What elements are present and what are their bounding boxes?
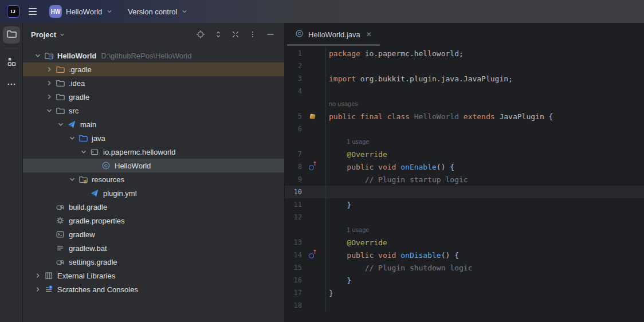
line-number[interactable]: 2 [285, 62, 302, 70]
tree-item-helloworld[interactable]: CHelloWorld [23, 159, 284, 172]
usages-inlay-hint[interactable]: 1 usage [329, 138, 369, 145]
line-number[interactable]: 17 [285, 289, 302, 297]
editor-gutter[interactable]: 1 [285, 47, 325, 60]
code-line-16[interactable]: 16 } [285, 274, 644, 286]
line-number[interactable]: 13 [285, 238, 302, 246]
code-line-15[interactable]: 15 // Plugin shutdown logic [285, 261, 644, 274]
editor-gutter[interactable]: 18 [285, 299, 325, 312]
usages-inlay-hint[interactable]: 1 usage [329, 226, 369, 233]
editor-gutter[interactable] [285, 135, 325, 148]
chevron-down-icon[interactable] [78, 148, 89, 156]
editor-gutter[interactable]: 5 [285, 110, 325, 123]
code-line-10[interactable]: 10 [285, 186, 644, 198]
tree-item-external-libraries[interactable]: External Libraries [23, 269, 284, 282]
inlay-hint-row[interactable]: 1 usage [285, 223, 644, 236]
line-number[interactable]: 6 [285, 125, 302, 133]
project-panel-title[interactable]: Project [31, 30, 56, 39]
code-line-11[interactable]: 11 } [285, 198, 644, 211]
tree-item-gradlew-bat[interactable]: gradlew.bat [23, 241, 284, 255]
code-line-6[interactable]: 6 [285, 123, 644, 135]
usages-inlay-hint[interactable]: no usages [329, 100, 358, 107]
editor-gutter[interactable]: 9 [285, 173, 325, 186]
editor-gutter[interactable]: 3 [285, 72, 325, 85]
chevron-down-icon[interactable] [59, 32, 65, 38]
tree-item--idea[interactable]: .idea [23, 76, 284, 90]
chevron-down-icon[interactable] [55, 120, 66, 128]
line-number[interactable]: 10 [285, 188, 302, 196]
editor-gutter[interactable]: 11 [285, 198, 325, 211]
code-line-8[interactable]: 8↑ public void onEnable() { [285, 160, 644, 173]
code-line-3[interactable]: 3import org.bukkit.plugin.java.JavaPlugi… [285, 72, 644, 85]
vcs-widget[interactable]: Version control [124, 5, 191, 18]
hide-tool-window-button[interactable] [266, 30, 275, 39]
editor-gutter[interactable]: 7 [285, 148, 325, 160]
inlay-hint-row[interactable]: no usages [285, 97, 644, 110]
tree-item-gradlew[interactable]: gradlew [23, 227, 284, 241]
tree-item-build-gradle[interactable]: build.gradle [23, 200, 284, 214]
line-number[interactable]: 1 [285, 49, 302, 57]
plugin-class-gutter-icon[interactable] [305, 114, 320, 119]
line-number[interactable]: 14 [285, 251, 302, 259]
code-line-12[interactable]: 12 [285, 211, 644, 223]
editor-gutter[interactable]: 2 [285, 60, 325, 72]
overriding-method-icon[interactable]: ↑ [305, 251, 320, 259]
tree-item-io-papermc-helloworld[interactable]: io.papermc.helloworld [23, 145, 284, 159]
more-tool-windows-button[interactable] [3, 77, 20, 94]
locate-file-button[interactable] [196, 30, 205, 39]
editor-tab-helloworld-java[interactable]: C HelloWorld.java ✕ [287, 23, 380, 46]
editor-gutter[interactable]: 15 [285, 261, 325, 274]
editor-gutter[interactable]: 12 [285, 211, 325, 223]
code-line-1[interactable]: 1package io.papermc.helloworld; [285, 47, 644, 60]
line-number[interactable]: 18 [285, 301, 302, 309]
tree-item-helloworld[interactable]: HelloWorldD:\githubRePos\HelloWorld [23, 49, 284, 62]
code-line-4[interactable]: 4 [285, 85, 644, 97]
code-editor[interactable]: 1package io.papermc.helloworld;23import … [285, 46, 644, 322]
close-icon[interactable]: ✕ [365, 30, 373, 39]
chevron-down-icon[interactable] [66, 175, 78, 183]
tree-item-scratches-and-consoles[interactable]: Scratches and Consoles [23, 282, 284, 296]
editor-gutter[interactable] [285, 97, 325, 110]
code-line-18[interactable]: 18 [285, 299, 644, 312]
line-number[interactable]: 3 [285, 74, 302, 83]
line-number[interactable]: 9 [285, 175, 302, 183]
inlay-hint-row[interactable]: 1 usage [285, 135, 644, 148]
editor-gutter[interactable]: 8↑ [285, 160, 325, 173]
code-line-14[interactable]: 14↑ public void onDisable() { [285, 249, 644, 261]
chevron-right-icon[interactable] [32, 285, 44, 293]
editor-gutter[interactable]: 10 [285, 186, 325, 198]
collapse-all-button[interactable] [231, 30, 239, 38]
line-number[interactable]: 5 [285, 112, 302, 120]
expand-collapse-button[interactable] [214, 30, 222, 38]
tree-item-main[interactable]: main [23, 117, 284, 131]
tree-item-settings-gradle[interactable]: settings.gradle [23, 255, 284, 269]
chevron-down-icon[interactable] [44, 107, 55, 115]
code-line-5[interactable]: 5public final class HelloWorld extends J… [285, 110, 644, 123]
overriding-method-icon[interactable]: ↑ [305, 163, 320, 171]
line-number[interactable]: 8 [285, 163, 302, 171]
chevron-right-icon[interactable] [44, 65, 55, 73]
code-line-17[interactable]: 17} [285, 286, 644, 299]
chevron-down-icon[interactable] [32, 52, 44, 60]
tree-item-src[interactable]: src [23, 104, 284, 117]
line-number[interactable]: 7 [285, 150, 302, 158]
main-menu-button[interactable] [28, 7, 38, 16]
editor-gutter[interactable]: 14↑ [285, 249, 325, 261]
tree-item-plugin-yml[interactable]: plugin.yml [23, 186, 284, 200]
line-number[interactable]: 12 [285, 213, 302, 221]
line-number[interactable]: 11 [285, 201, 302, 209]
code-line-7[interactable]: 7 @Override [285, 148, 644, 160]
editor-gutter[interactable]: 4 [285, 85, 325, 97]
editor-gutter[interactable] [285, 223, 325, 236]
line-number[interactable]: 15 [285, 264, 302, 272]
code-line-9[interactable]: 9 // Plugin startup logic [285, 173, 644, 186]
tree-item-java[interactable]: java [23, 131, 284, 145]
editor-gutter[interactable]: 13 [285, 236, 325, 249]
chevron-down-icon[interactable] [66, 134, 78, 142]
chevron-right-icon[interactable] [44, 79, 55, 87]
line-number[interactable]: 16 [285, 276, 302, 284]
tree-item--gradle[interactable]: .gradle [23, 62, 284, 76]
chevron-right-icon[interactable] [44, 93, 55, 101]
line-number[interactable]: 4 [285, 87, 302, 95]
project-tool-button[interactable] [3, 26, 20, 44]
project-widget[interactable]: HW HelloWorld [46, 3, 116, 20]
